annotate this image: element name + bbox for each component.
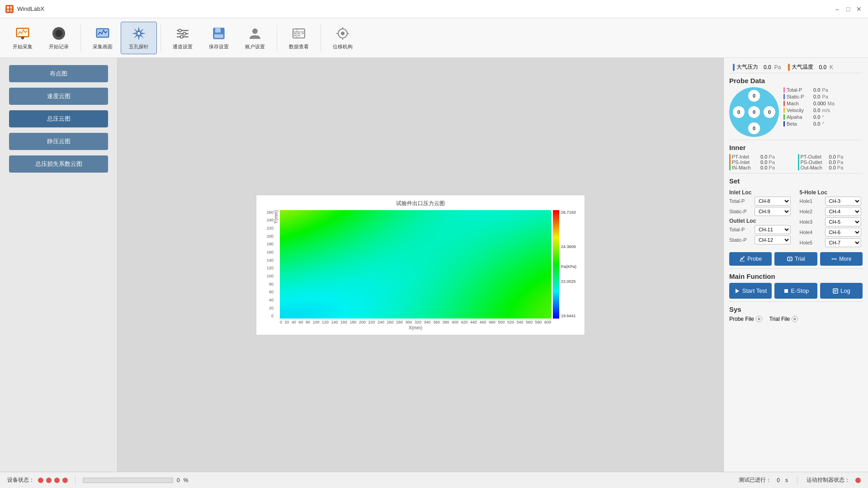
close-button[interactable]: ✕ — [855, 5, 863, 13]
set-hole5: Hole5 CH-7CH-1CH-2CH-3CH-4CH-5CH-6CH-8CH… — [800, 238, 863, 247]
toolbar-motion-label: 位移机构 — [333, 43, 353, 50]
divider-4 — [729, 301, 863, 302]
probe-file-radio[interactable] — [756, 316, 762, 322]
minimize-button[interactable]: – — [834, 5, 841, 13]
hole1-select[interactable]: CH-3CH-1CH-2CH-4CH-5CH-6CH-7CH-8CH-9CH-1… — [825, 197, 861, 206]
ps-outlet-unit: Pa — [837, 160, 843, 165]
svg-marker-44 — [736, 289, 739, 293]
window-controls: – □ ✕ — [834, 5, 863, 13]
probe-circle: 0 0 0 0 0 — [729, 87, 779, 137]
status-dots — [38, 478, 68, 483]
svg-point-9 — [55, 30, 62, 37]
sidebar-btn-1[interactable]: 速度云图 — [9, 88, 108, 105]
hole4-select[interactable]: CH-6CH-1CH-2CH-3CH-4CH-5CH-7CH-8CH-9CH-1… — [825, 228, 861, 237]
set-hole1: Hole1 CH-3CH-1CH-2CH-4CH-5CH-6CH-7CH-8CH… — [800, 197, 863, 206]
sidebar-btn-2[interactable]: 总压云图 — [9, 110, 108, 127]
atm-pressure-unit: Pa — [774, 64, 781, 70]
svg-rect-22 — [221, 28, 222, 32]
trial-file-item: Trial File — [769, 316, 798, 322]
e-stop-button[interactable]: E-Stop — [774, 283, 817, 299]
trial-file-label: Trial File — [769, 316, 790, 322]
start-test-button[interactable]: Start Test — [729, 283, 772, 299]
sidebar-btn-0[interactable]: 布点图 — [9, 65, 108, 82]
sys-row: Probe File Trial File — [729, 316, 863, 322]
svg-point-23 — [252, 28, 258, 34]
set-outlet-tp-select[interactable]: CH-11CH-1CH-2CH-3CH-4CH-5CH-6CH-7CH-8CH-… — [755, 225, 791, 234]
title-bar-left: WindLabX — [5, 5, 44, 13]
hole3-select[interactable]: CH-5CH-1CH-2CH-3CH-4CH-6CH-7CH-8CH-9CH-1… — [825, 217, 861, 226]
toolbar-five-hole[interactable]: 五孔探针 — [121, 22, 157, 54]
colorbar-val-2: 22.0025 — [561, 279, 576, 284]
total-p-value: 0.0 — [813, 87, 820, 93]
set-inlet-sp-select[interactable]: CH-9CH-1CH-2CH-3CH-4CH-5CH-6CH-7CH-8CH-1… — [755, 207, 791, 216]
probe-file-radio-inner — [758, 318, 760, 320]
colorbar-val-1: 24.3609 — [561, 244, 576, 249]
divider-2 — [729, 173, 863, 174]
app-title: WindLabX — [17, 5, 44, 12]
set-hole3: Hole3 CH-5CH-1CH-2CH-3CH-4CH-6CH-7CH-8CH… — [800, 217, 863, 226]
toolbar-capture-screen[interactable]: 采集画面 — [85, 22, 121, 54]
sidebar-btn-4[interactable]: 总压损失系数云图 — [9, 155, 108, 173]
static-p-indicator — [783, 94, 785, 99]
ps-inlet-value: 0.0 — [760, 160, 767, 165]
toolbar-channel-settings[interactable]: 通道设置 — [165, 22, 201, 54]
trial-file-radio-inner — [793, 318, 796, 320]
probe-file-item: Probe File — [729, 316, 762, 322]
set-outlet-sp-select[interactable]: CH-12CH-1CH-2CH-3CH-4CH-5CH-6CH-7CH-8CH-… — [755, 235, 791, 244]
probe-val-beta: Beta 0.0 ° — [783, 121, 835, 127]
inner-title: Inner — [729, 144, 863, 151]
more-button[interactable]: More — [820, 252, 863, 266]
colorbar: 26.7193 24.3609 22.0025 19.6441 Pa(KPa) — [553, 210, 580, 320]
maximize-button[interactable]: □ — [844, 5, 852, 13]
out-mach-value: 0.0 — [829, 165, 836, 170]
svg-rect-1 — [10, 6, 12, 9]
five-hole-icon — [131, 25, 147, 42]
device-status-label: 设备状态： — [7, 476, 34, 484]
pt-inlet-indicator — [729, 154, 731, 160]
set-inlet-tp-select[interactable]: CH-8CH-1CH-2CH-3CH-4CH-5CH-6CH-7CH-9CH-1… — [755, 197, 791, 206]
probe-icon — [739, 256, 745, 262]
hole2-select[interactable]: CH-4CH-1CH-2CH-3CH-5CH-6CH-7CH-8CH-9CH-1… — [825, 207, 861, 216]
main-container: 布点图 速度云图 总压云图 静压云图 总压损失系数云图 试验件出口压力云图 26… — [0, 58, 868, 472]
status-bar: 设备状态： 0 % 测试已进行： 0 s 运动控制器状态： — [0, 472, 868, 488]
toolbar-user-settings[interactable]: 账户设置 — [237, 22, 273, 54]
progress-value: 0 — [177, 477, 180, 483]
probe-val-static-p: Static-P 0.0 Pa — [783, 94, 835, 99]
test-duration-unit: s — [785, 477, 788, 483]
hole5-select[interactable]: CH-7CH-1CH-2CH-3CH-4CH-5CH-6CH-8CH-9CH-1… — [825, 238, 861, 247]
inner-ps-inlet: PS-Inlet 0.0 Pa — [729, 160, 794, 165]
toolbar-start-collect[interactable]: 开始采集 — [5, 22, 41, 54]
log-button[interactable]: Log — [820, 283, 863, 299]
in-mach-indicator — [729, 165, 731, 170]
svg-rect-28 — [298, 33, 300, 34]
out-mach-unit: Pa — [837, 165, 843, 170]
chart-title: 试验件出口压力云图 — [261, 200, 580, 207]
sidebar-btn-3[interactable]: 静压云图 — [9, 133, 108, 150]
toolbar-start-record-label: 开始记录 — [49, 43, 69, 50]
set-outlet-tp-label: Total-P — [729, 227, 753, 232]
inner-in-mach: IN-Mach 0.0 Pa — [729, 165, 794, 170]
beta-label: Beta — [787, 121, 811, 127]
toolbar-sep-4 — [321, 24, 321, 52]
probe-button[interactable]: Probe — [729, 252, 772, 266]
user-settings-icon — [247, 25, 263, 42]
ps-outlet-value: 0.0 — [829, 160, 836, 165]
toolbar-data-view[interactable]: 数据查看 — [281, 22, 317, 54]
colorbar-val-3: 19.6441 — [561, 314, 576, 318]
toolbar-start-collect-label: 开始采集 — [13, 43, 33, 50]
atm-pressure-label: 大气压力 — [736, 63, 758, 71]
outlet-loc-title: Outlet Loc — [729, 218, 793, 224]
total-p-unit: Pa — [822, 87, 828, 93]
svg-rect-20 — [215, 28, 221, 33]
trial-file-radio[interactable] — [792, 316, 798, 322]
toolbar-start-record[interactable]: 开始记录 — [41, 22, 77, 54]
toolbar-save-settings[interactable]: 保存设置 — [201, 22, 237, 54]
trial-button[interactable]: Trial — [774, 252, 817, 266]
progress-bar-container: 0 % — [83, 477, 188, 483]
inner-out-mach: Out-Mach 0.0 Pa — [798, 165, 863, 170]
in-mach-label: IN-Mach — [732, 165, 759, 170]
toolbar-sep-3 — [277, 24, 277, 52]
toolbar-motion[interactable]: 位移机构 — [325, 22, 361, 54]
hole2-label: Hole2 — [800, 209, 823, 214]
svg-rect-30 — [294, 35, 296, 36]
